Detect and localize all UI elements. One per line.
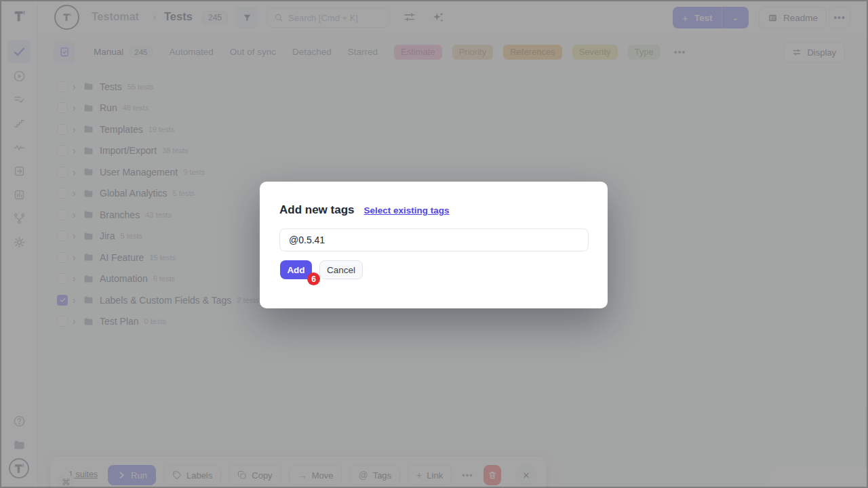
cancel-button[interactable]: Cancel	[319, 260, 363, 279]
app-window: Testomat › Tests 245 + Test ⌄ Readme •••	[0, 0, 868, 488]
modal-title: Add new tags	[279, 203, 355, 217]
select-existing-tags-link[interactable]: Select existing tags	[364, 205, 450, 216]
tutorial-step-badge: 6	[307, 272, 320, 285]
add-tags-modal: Add new tags Select existing tags Add Ca…	[260, 182, 608, 308]
tag-input[interactable]	[279, 228, 589, 251]
